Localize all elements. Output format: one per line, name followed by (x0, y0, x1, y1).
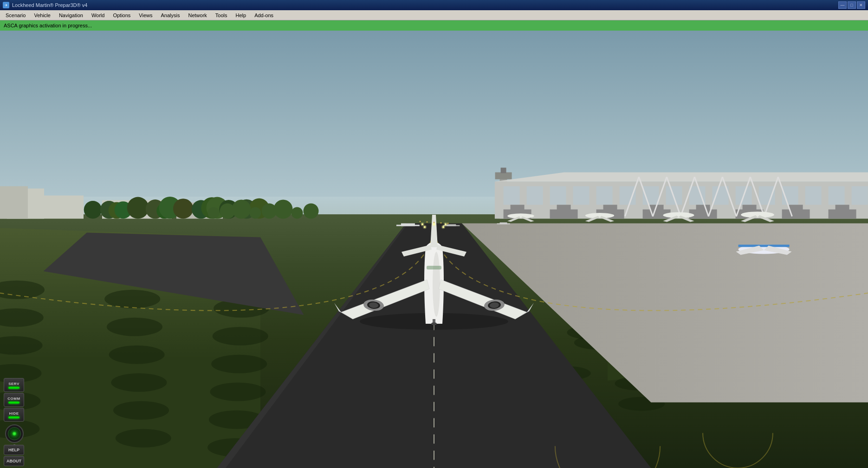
help-button[interactable]: HELP (4, 445, 24, 455)
panel-btn-light-serv (8, 387, 19, 389)
status-bar: ASCA graphics activation in progress... (0, 20, 868, 31)
menu-item-tools[interactable]: Tools (212, 12, 231, 19)
about-button[interactable]: ABOUT (4, 456, 24, 466)
title-bar-controls[interactable]: — □ ✕ (838, 1, 865, 9)
title-bar-left: ✈ Lockheed Martin® Prepar3D® v4 (3, 2, 87, 8)
title-bar: ✈ Lockheed Martin® Prepar3D® v4 — □ ✕ (0, 0, 868, 10)
menu-item-navigation[interactable]: Navigation (55, 12, 87, 19)
panel-btn-serv[interactable]: SERV (4, 378, 24, 392)
status-message: ASCA graphics activation in progress... (4, 23, 92, 28)
menu-item-addons[interactable]: Add-ons (251, 12, 277, 19)
app-icon: ✈ (3, 2, 9, 8)
close-button[interactable]: ✕ (857, 1, 865, 9)
menu-item-analysis[interactable]: Analysis (157, 12, 184, 19)
compass-dot (13, 432, 16, 436)
panel-btn-light-hide (8, 417, 19, 418)
panel-btn-comm[interactable]: COMM (4, 393, 24, 407)
menu-item-help[interactable]: Help (232, 12, 250, 19)
minimize-button[interactable]: — (838, 1, 847, 9)
scene-canvas (0, 31, 868, 468)
maximize-button[interactable]: □ (848, 1, 856, 9)
menu-item-vehicle[interactable]: Vehicle (30, 12, 54, 19)
menu-bar: ScenarioVehicleNavigationWorldOptionsVie… (0, 10, 868, 20)
menu-item-network[interactable]: Network (184, 12, 210, 19)
compass (5, 424, 24, 443)
menu-item-scenario[interactable]: Scenario (2, 12, 29, 19)
panel-btn-label-comm: COMM (7, 397, 20, 401)
menu-item-views[interactable]: Views (135, 12, 156, 19)
panel-btn-label-serv: SERV (8, 382, 19, 386)
panel-btn-label-hide: HIDE (9, 411, 19, 416)
compass-inner (8, 427, 21, 440)
viewport: SERVCOMMHIDE S HELP ABOUT (0, 31, 868, 468)
menu-item-world[interactable]: World (88, 12, 109, 19)
app-title: Lockheed Martin® Prepar3D® v4 (12, 2, 87, 8)
menu-item-options[interactable]: Options (109, 12, 134, 19)
panel-btn-hide[interactable]: HIDE (4, 408, 24, 422)
panel-btn-light-comm (8, 402, 19, 404)
help-about-panel: HELP ABOUT (4, 445, 24, 466)
side-panel: SERVCOMMHIDE (4, 378, 24, 422)
